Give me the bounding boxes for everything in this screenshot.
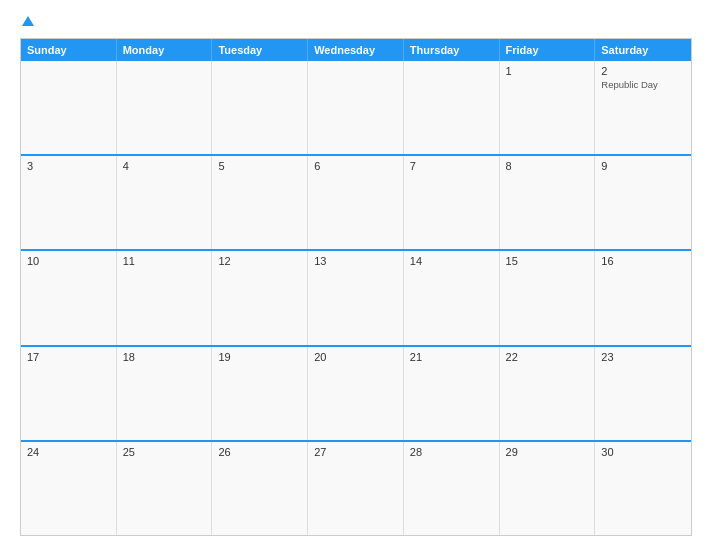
calendar-cell — [212, 61, 308, 154]
calendar-cell: 9 — [595, 156, 691, 249]
calendar-cell: 27 — [308, 442, 404, 535]
day-number: 15 — [506, 255, 589, 267]
header-friday: Friday — [500, 39, 596, 61]
day-number: 10 — [27, 255, 110, 267]
day-number: 30 — [601, 446, 685, 458]
calendar-cell — [404, 61, 500, 154]
header-tuesday: Tuesday — [212, 39, 308, 61]
holiday-label: Republic Day — [601, 79, 685, 90]
day-number: 25 — [123, 446, 206, 458]
calendar-cell: 21 — [404, 347, 500, 440]
calendar-week-5: 24252627282930 — [21, 440, 691, 535]
day-number: 29 — [506, 446, 589, 458]
day-number: 4 — [123, 160, 206, 172]
day-number: 16 — [601, 255, 685, 267]
header-monday: Monday — [117, 39, 213, 61]
day-number: 28 — [410, 446, 493, 458]
calendar-cell: 10 — [21, 251, 117, 344]
day-number: 26 — [218, 446, 301, 458]
calendar-cell: 11 — [117, 251, 213, 344]
day-number: 12 — [218, 255, 301, 267]
calendar-cell: 13 — [308, 251, 404, 344]
calendar-week-2: 3456789 — [21, 154, 691, 249]
logo — [20, 18, 34, 28]
day-number: 8 — [506, 160, 589, 172]
day-number: 20 — [314, 351, 397, 363]
header-wednesday: Wednesday — [308, 39, 404, 61]
calendar-cell: 5 — [212, 156, 308, 249]
logo-triangle-icon — [22, 16, 34, 26]
calendar-cell — [21, 61, 117, 154]
calendar-cell: 8 — [500, 156, 596, 249]
calendar-cell: 6 — [308, 156, 404, 249]
calendar-cell: 18 — [117, 347, 213, 440]
calendar-cell: 7 — [404, 156, 500, 249]
header-sunday: Sunday — [21, 39, 117, 61]
calendar-cell: 1 — [500, 61, 596, 154]
day-number: 3 — [27, 160, 110, 172]
day-number: 19 — [218, 351, 301, 363]
day-number: 14 — [410, 255, 493, 267]
calendar-body: 12Republic Day34567891011121314151617181… — [21, 61, 691, 535]
day-number: 17 — [27, 351, 110, 363]
calendar-cell: 4 — [117, 156, 213, 249]
day-number: 6 — [314, 160, 397, 172]
day-number: 7 — [410, 160, 493, 172]
calendar-cell: 26 — [212, 442, 308, 535]
calendar-cell: 29 — [500, 442, 596, 535]
day-number: 5 — [218, 160, 301, 172]
day-number: 13 — [314, 255, 397, 267]
day-number: 21 — [410, 351, 493, 363]
header-saturday: Saturday — [595, 39, 691, 61]
day-number: 2 — [601, 65, 685, 77]
day-number: 1 — [506, 65, 589, 77]
calendar-cell: 25 — [117, 442, 213, 535]
day-number: 9 — [601, 160, 685, 172]
day-number: 24 — [27, 446, 110, 458]
calendar-cell: 2Republic Day — [595, 61, 691, 154]
calendar-cell: 14 — [404, 251, 500, 344]
calendar-cell: 3 — [21, 156, 117, 249]
day-number: 11 — [123, 255, 206, 267]
header-thursday: Thursday — [404, 39, 500, 61]
calendar-cell: 24 — [21, 442, 117, 535]
day-number: 23 — [601, 351, 685, 363]
calendar-cell: 15 — [500, 251, 596, 344]
calendar-cell: 23 — [595, 347, 691, 440]
calendar-cell: 19 — [212, 347, 308, 440]
calendar-cell: 16 — [595, 251, 691, 344]
calendar-cell: 28 — [404, 442, 500, 535]
calendar-week-3: 10111213141516 — [21, 249, 691, 344]
day-number: 22 — [506, 351, 589, 363]
calendar-cell: 22 — [500, 347, 596, 440]
calendar-cell — [308, 61, 404, 154]
calendar-cell: 30 — [595, 442, 691, 535]
calendar-cell — [117, 61, 213, 154]
calendar-grid: Sunday Monday Tuesday Wednesday Thursday… — [20, 38, 692, 536]
page-header — [20, 18, 692, 28]
calendar-cell: 12 — [212, 251, 308, 344]
day-number: 27 — [314, 446, 397, 458]
calendar-header-row: Sunday Monday Tuesday Wednesday Thursday… — [21, 39, 691, 61]
calendar-week-1: 12Republic Day — [21, 61, 691, 154]
calendar-cell: 20 — [308, 347, 404, 440]
calendar-page: Sunday Monday Tuesday Wednesday Thursday… — [0, 0, 712, 550]
calendar-week-4: 17181920212223 — [21, 345, 691, 440]
calendar-cell: 17 — [21, 347, 117, 440]
day-number: 18 — [123, 351, 206, 363]
